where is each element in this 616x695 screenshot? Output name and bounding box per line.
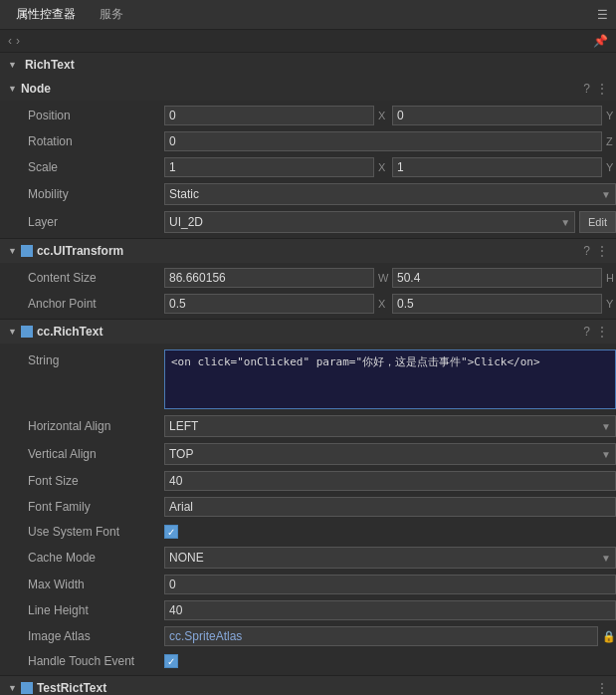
content-size-row: Content Size W H — [0, 265, 616, 291]
font-family-input[interactable] — [164, 497, 616, 517]
menu-icon[interactable]: ☰ — [597, 8, 608, 22]
vertical-align-dropdown[interactable]: TOP ▼ — [164, 443, 616, 465]
content-size-w-input[interactable] — [164, 268, 374, 288]
layer-edit-button[interactable]: Edit — [579, 211, 616, 233]
image-atlas-input[interactable] — [164, 626, 598, 646]
richtext-more-icon[interactable]: ⋮ — [596, 325, 608, 339]
position-label: Position — [0, 109, 164, 122]
rotation-row: Rotation Z — [0, 128, 616, 154]
test-rict-text-more-icon[interactable]: ⋮ — [596, 681, 608, 695]
back-arrow[interactable]: ‹ — [8, 34, 12, 48]
node-more-icon[interactable]: ⋮ — [596, 82, 608, 96]
scale-row: Scale X Y — [0, 154, 616, 180]
rotation-z-input[interactable] — [164, 131, 602, 151]
line-height-row: Line Height — [0, 597, 616, 623]
string-label: String — [0, 349, 164, 367]
max-width-input[interactable] — [164, 575, 616, 594]
horizontal-align-row: Horizontal Align LEFT ▼ — [0, 412, 616, 440]
uitransform-help-icon[interactable]: ? — [583, 244, 590, 258]
horizontal-align-arrow: ▼ — [601, 421, 611, 432]
image-atlas-value: 🔒 — [164, 626, 616, 646]
string-textarea[interactable]: <on click="onClicked" param="你好，这是点击事件">… — [164, 349, 616, 409]
uitransform-triangle[interactable]: ▼ — [8, 246, 17, 256]
content-size-value: W H — [164, 268, 616, 288]
node-collapse-triangle[interactable]: ▼ — [8, 84, 17, 94]
node-section: ▼ Node ? ⋮ Position X Y Rotation Z — [0, 77, 616, 239]
image-atlas-label: Image Atlas — [0, 629, 164, 643]
anchor-point-x-label: X — [378, 298, 388, 310]
position-y-input[interactable] — [392, 106, 602, 125]
mobility-row: Mobility Static ▼ — [0, 180, 616, 208]
horizontal-align-value: LEFT ▼ — [164, 415, 616, 437]
horizontal-align-dropdown[interactable]: LEFT ▼ — [164, 415, 616, 437]
uitransform-props: Content Size W H Anchor Point X Y — [0, 263, 616, 319]
handle-touch-event-checkbox[interactable]: ✓ — [164, 654, 178, 668]
content-size-h-input[interactable] — [392, 268, 602, 288]
scale-x-label: X — [378, 161, 388, 173]
layer-dropdown[interactable]: UI_2D ▼ — [164, 211, 575, 233]
vertical-align-value: TOP ▼ — [164, 443, 616, 465]
font-size-input[interactable] — [164, 471, 616, 491]
uitransform-more-icon[interactable]: ⋮ — [596, 244, 608, 258]
content-size-w-label: W — [378, 272, 388, 284]
cache-mode-value: NONE ▼ — [164, 547, 616, 569]
forward-arrow[interactable]: › — [16, 34, 20, 48]
content-size-h-label: H — [606, 272, 616, 284]
uitransform-checkbox[interactable] — [21, 245, 33, 257]
cache-mode-dropdown[interactable]: NONE ▼ — [164, 547, 616, 569]
node-props: Position X Y Rotation Z Scale X Y — [0, 101, 616, 238]
scale-x-input[interactable] — [164, 157, 374, 177]
mobility-dropdown[interactable]: Static ▼ — [164, 183, 616, 205]
scale-y-input[interactable] — [392, 157, 602, 177]
richtext-title: RichText — [25, 58, 608, 72]
richtext-section: ▼ cc.RichText ? ⋮ String <on click="onCl… — [0, 320, 616, 676]
layer-row: Layer UI_2D ▼ Edit — [0, 208, 616, 236]
tab-properties[interactable]: 属性控查器 — [8, 4, 84, 25]
scale-label: Scale — [0, 160, 164, 174]
font-size-row: Font Size — [0, 468, 616, 494]
pin-icon[interactable]: 📌 — [593, 34, 608, 48]
richtext-help-icon[interactable]: ? — [583, 325, 590, 339]
line-height-value — [164, 600, 616, 620]
test-rict-text-triangle[interactable]: ▼ — [8, 683, 17, 693]
test-rict-text-icons: ⋮ — [596, 681, 608, 695]
test-rict-text-checkbox[interactable] — [21, 682, 33, 694]
node-section-header: ▼ Node ? ⋮ — [0, 77, 616, 101]
font-family-row: Font Family — [0, 494, 616, 520]
font-size-value — [164, 471, 616, 491]
tab-services[interactable]: 服务 — [92, 4, 131, 25]
anchor-point-value: X Y — [164, 294, 616, 314]
horizontal-align-dropdown-value: LEFT — [169, 419, 198, 433]
handle-touch-event-label: Handle Touch Event — [0, 654, 164, 668]
node-section-title: Node — [21, 82, 579, 96]
image-atlas-row: Image Atlas 🔒 — [0, 623, 616, 649]
top-bar-icons: ☰ — [597, 8, 608, 22]
line-height-label: Line Height — [0, 603, 164, 617]
line-height-input[interactable] — [164, 600, 616, 620]
richtext-triangle[interactable]: ▼ — [8, 327, 17, 337]
horizontal-align-label: Horizontal Align — [0, 419, 164, 433]
cache-mode-row: Cache Mode NONE ▼ — [0, 544, 616, 572]
vertical-align-dropdown-value: TOP — [169, 447, 193, 461]
layer-label: Layer — [0, 215, 164, 229]
mobility-dropdown-arrow: ▼ — [601, 189, 611, 200]
rotation-value: Z — [164, 131, 616, 151]
position-x-input[interactable] — [164, 106, 374, 125]
uitransform-section: ▼ cc.UITransform ? ⋮ Content Size W H An… — [0, 239, 616, 320]
test-rict-text-header: ▼ TestRictText ⋮ — [0, 676, 616, 695]
position-row: Position X Y — [0, 103, 616, 128]
max-width-label: Max Width — [0, 578, 164, 591]
rotation-z-label: Z — [606, 135, 616, 147]
anchor-point-y-input[interactable] — [392, 294, 602, 314]
use-system-font-label: Use System Font — [0, 525, 164, 539]
use-system-font-checkbox[interactable]: ✓ — [164, 525, 178, 539]
node-help-icon[interactable]: ? — [583, 82, 590, 96]
collapse-triangle[interactable]: ▼ — [8, 60, 17, 70]
anchor-point-label: Anchor Point — [0, 297, 164, 311]
anchor-point-x-input[interactable] — [164, 294, 374, 314]
nav-arrows: ‹ › — [8, 34, 20, 48]
handle-touch-event-row: Handle Touch Event ✓ — [0, 649, 616, 673]
font-family-value — [164, 497, 616, 517]
richtext-checkbox[interactable] — [21, 326, 33, 338]
richtext-section-title: cc.RichText — [37, 325, 579, 339]
